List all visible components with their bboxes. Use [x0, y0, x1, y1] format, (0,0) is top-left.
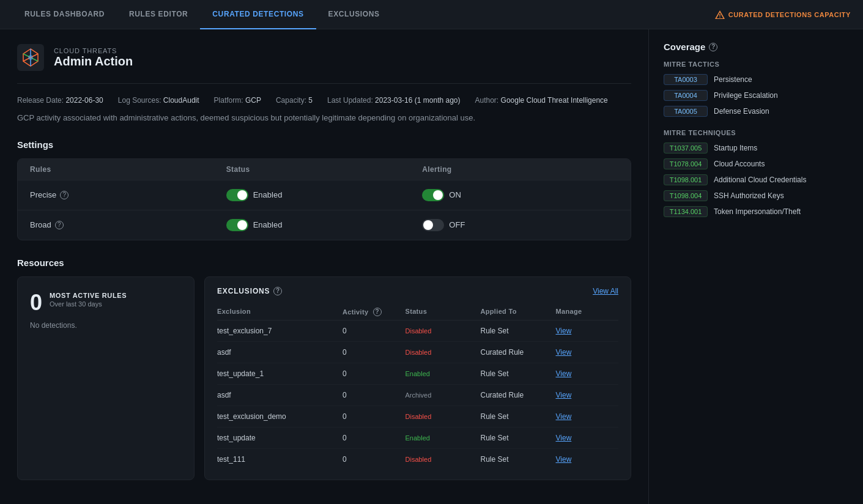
excl-applied-to: Curated Rule [481, 348, 556, 357]
excl-status: Disabled [406, 454, 481, 464]
exclusions-table-row: test_exclusion_demo 0 Disabled Rule Set … [217, 406, 618, 428]
technique-item: T1037.005 Startup Items [664, 143, 829, 154]
exclusions-table-row: test_update 0 Enabled Rule Set View [217, 428, 618, 449]
exclusions-help-icon[interactable]: ? [273, 287, 282, 295]
no-detections-message: No detections. [30, 321, 182, 330]
excl-status: Disabled [406, 326, 481, 336]
technique-label: Token Impersonation/Theft [714, 207, 801, 216]
excl-manage-link[interactable]: View [556, 348, 619, 357]
technique-tag: T1098.001 [664, 174, 708, 185]
page-layout: CLOUD THREATS Admin Action Release Date:… [0, 29, 863, 504]
nav-curated-detections[interactable]: CURATED DETECTIONS [200, 0, 316, 29]
excl-manage-link[interactable]: View [556, 455, 619, 464]
excl-col-manage: Manage [556, 308, 619, 316]
technique-tag: T1037.005 [664, 143, 708, 154]
excl-name: test_exclusion_7 [217, 327, 343, 335]
settings-row-broad: Broad ? Enabled OFF [18, 210, 631, 240]
svg-point-1 [28, 55, 33, 60]
capacity-warning-label: CURATED DETECTIONS CAPACITY [728, 11, 851, 18]
exclusions-table-row: asdf 0 Disabled Curated Rule View [217, 342, 618, 363]
technique-label: Additional Cloud Credentials [714, 176, 806, 184]
precise-help-icon[interactable]: ? [60, 191, 69, 199]
exclusions-card: EXCLUSIONS ? View All Exclusion Activity… [204, 276, 631, 480]
excl-name: asdf [217, 391, 343, 399]
resources-grid: 0 MOST ACTIVE RULES Over last 30 days No… [17, 276, 631, 480]
nav-rules-editor[interactable]: RULES EDITOR [117, 0, 200, 29]
coverage-help-icon[interactable]: ? [709, 43, 717, 51]
techniques-list: T1037.005 Startup Items T1078.004 Cloud … [664, 143, 829, 217]
excl-activity: 0 [343, 455, 406, 464]
excl-activity: 0 [343, 412, 406, 421]
mitre-tactics-section: MITRE Tactics TA0003 Persistence TA0004 … [664, 61, 829, 117]
coverage-title: Coverage ? [664, 42, 829, 52]
tactic-item: TA0004 Privilege Escalation [664, 90, 829, 101]
broad-status: Enabled [226, 219, 423, 231]
mitre-techniques-section: MITRE Techniques T1037.005 Startup Items… [664, 129, 829, 217]
most-active-count: 0 [30, 292, 42, 314]
excl-manage-link[interactable]: View [556, 391, 619, 399]
view-all-link[interactable]: View All [593, 287, 618, 295]
tactic-label: Defense Evasion [714, 107, 769, 116]
meta-row: Release Date: 2022-06-30 Log Sources: Cl… [17, 96, 631, 105]
precise-alerting-toggle[interactable] [422, 189, 444, 201]
exclusions-table-header: Exclusion Activity ? Status Applied To M… [217, 304, 618, 321]
nav-exclusions[interactable]: EXCLUSIONS [316, 0, 392, 29]
excl-applied-to: Rule Set [481, 412, 556, 421]
excl-applied-to: Rule Set [481, 434, 556, 442]
excl-applied-to: Rule Set [481, 455, 556, 464]
logo-icon [17, 44, 44, 71]
warning-icon [715, 10, 725, 20]
excl-applied-to: Rule Set [481, 327, 556, 335]
excl-col-applied-to: Applied To [481, 308, 556, 316]
excl-manage-link[interactable]: View [556, 434, 619, 442]
mitre-tactics-label: MITRE Tactics [664, 61, 829, 68]
exclusions-scroll: test_exclusion_7 0 Disabled Rule Set Vie… [217, 321, 618, 470]
exclusions-table-row: test_111 0 Disabled Rule Set View [217, 449, 618, 470]
platform: Platform: GCP [214, 96, 261, 105]
col-rules: Rules [30, 165, 226, 174]
technique-item: T1098.004 SSH Authorized Keys [664, 190, 829, 201]
main-content: CLOUD THREATS Admin Action Release Date:… [0, 29, 648, 504]
most-active-header: 0 MOST ACTIVE RULES Over last 30 days [30, 292, 182, 314]
excl-manage-link[interactable]: View [556, 412, 619, 421]
tactic-tag: TA0005 [664, 106, 708, 117]
col-status: Status [226, 165, 423, 174]
mitre-techniques-label: MITRE Techniques [664, 129, 829, 136]
tactic-item: TA0005 Defense Evasion [664, 106, 829, 117]
excl-status: Archived [406, 390, 481, 400]
precise-status-toggle[interactable] [226, 189, 248, 201]
settings-table: Rules Status Alerting Precise ? Enabled [17, 158, 631, 240]
broad-help-icon[interactable]: ? [55, 221, 64, 229]
broad-status-toggle[interactable] [226, 219, 248, 231]
capacity-warning[interactable]: CURATED DETECTIONS CAPACITY [715, 10, 851, 20]
activity-help-icon[interactable]: ? [373, 308, 382, 316]
excl-status: Disabled [406, 347, 481, 357]
excl-manage-link[interactable]: View [556, 327, 619, 335]
excl-applied-to: Rule Set [481, 369, 556, 378]
settings-table-header: Rules Status Alerting [18, 159, 631, 180]
tactic-item: TA0003 Persistence [664, 74, 829, 85]
excl-activity: 0 [343, 327, 406, 335]
excl-activity: 0 [343, 348, 406, 357]
excl-applied-to: Curated Rule [481, 391, 556, 399]
nav-rules-dashboard[interactable]: RULES DASHBOARD [12, 0, 117, 29]
capacity: Capacity: 5 [276, 96, 313, 105]
precise-alerting-label: ON [449, 190, 461, 199]
tactic-label: Privilege Escalation [714, 91, 778, 100]
rule-precise: Precise ? [30, 190, 226, 199]
technique-item: T1098.001 Additional Cloud Credentials [664, 174, 829, 185]
page-title: Admin Action [54, 54, 133, 69]
technique-item: T1078.004 Cloud Accounts [664, 158, 829, 169]
exclusions-table-row: test_update_1 0 Enabled Rule Set View [217, 363, 618, 385]
broad-alerting-toggle[interactable] [422, 219, 444, 231]
excl-activity: 0 [343, 369, 406, 378]
excl-activity: 0 [343, 391, 406, 399]
excl-manage-link[interactable]: View [556, 369, 619, 378]
tactics-list: TA0003 Persistence TA0004 Privilege Esca… [664, 74, 829, 117]
settings-row-precise: Precise ? Enabled ON [18, 180, 631, 210]
technique-tag: T1078.004 [664, 158, 708, 169]
exclusions-table-row: asdf 0 Archived Curated Rule View [217, 385, 618, 406]
broad-status-label: Enabled [253, 220, 283, 229]
broad-alerting: OFF [422, 219, 618, 231]
rule-broad: Broad ? [30, 220, 226, 229]
